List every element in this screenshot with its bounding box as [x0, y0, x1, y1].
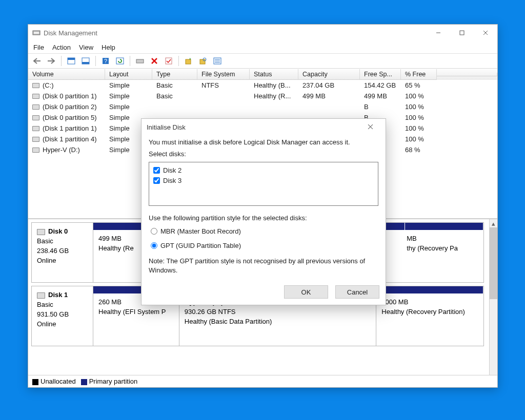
- scroll-thumb[interactable]: [490, 227, 497, 299]
- volume-icon: [32, 104, 39, 110]
- radio-mbr-label[interactable]: MBR (Master Boot Record): [160, 227, 241, 235]
- partition-style-label: Use the following partition style for th…: [149, 214, 378, 222]
- radio-mbr[interactable]: [151, 228, 157, 235]
- disk-listbox[interactable]: Disk 2 Disk 3: [149, 162, 378, 206]
- col-fs[interactable]: File System: [197, 69, 250, 80]
- toolbar: ?: [28, 53, 497, 69]
- disk-checkbox[interactable]: [153, 177, 160, 184]
- radio-gpt-label[interactable]: GPT (GUID Partition Table): [160, 242, 241, 249]
- legend-unallocated: Unallocated: [32, 377, 76, 385]
- svg-rect-18: [200, 59, 205, 64]
- check-icon[interactable]: [163, 55, 174, 67]
- window-buttons: [427, 25, 497, 41]
- col-pct[interactable]: % Free: [401, 69, 437, 80]
- volume-icon: [32, 148, 39, 153]
- partition[interactable]: 1000 MBHealthy (Recovery Partition): [376, 293, 483, 346]
- table-header: Volume Layout Type File System Status Ca…: [28, 69, 497, 80]
- svg-rect-1: [34, 32, 39, 34]
- maximize-button[interactable]: [450, 25, 474, 41]
- back-icon[interactable]: [31, 55, 43, 67]
- legend-primary: Primary partition: [81, 377, 138, 385]
- volume-icon: [32, 126, 39, 131]
- disk-checkbox[interactable]: [153, 167, 160, 174]
- vertical-scrollbar[interactable]: ▴: [489, 219, 497, 375]
- svg-rect-17: [186, 59, 191, 64]
- svg-rect-12: [116, 58, 124, 64]
- disk-checkbox-row[interactable]: Disk 2: [153, 165, 374, 175]
- dialog-note: Note: The GPT partition style is not rec…: [149, 257, 378, 275]
- help-icon[interactable]: ?: [100, 55, 111, 67]
- view-bottom-icon[interactable]: [80, 55, 91, 67]
- wizard-new-icon[interactable]: [183, 55, 194, 67]
- svg-text:?: ?: [104, 58, 107, 64]
- volume-icon: [32, 94, 39, 99]
- svg-rect-16: [166, 58, 172, 64]
- initialise-disk-dialog: Initialise Disk You must initialise a di…: [141, 118, 386, 305]
- close-button[interactable]: [474, 25, 497, 41]
- refresh-icon[interactable]: [114, 55, 126, 67]
- minimize-button[interactable]: [427, 25, 450, 41]
- table-row[interactable]: (C:)SimpleBasicNTFSHealthy (B...237.04 G…: [28, 80, 497, 91]
- wizard-search-icon[interactable]: [197, 55, 209, 67]
- partition[interactable]: MBthy (Recovery Pa: [401, 230, 483, 282]
- table-row[interactable]: (Disk 0 partition 2)SimpleB100 %: [28, 101, 497, 112]
- menu-file[interactable]: File: [33, 44, 44, 51]
- menubar: File Action View Help: [28, 41, 497, 53]
- volume-icon: [32, 83, 39, 88]
- menu-view[interactable]: View: [79, 44, 93, 51]
- ok-button[interactable]: OK: [284, 285, 328, 299]
- properties-icon[interactable]: [212, 55, 223, 67]
- window-title: Disk Management: [44, 29, 427, 37]
- dialog-close-icon[interactable]: [360, 123, 380, 131]
- scroll-up-icon[interactable]: ▴: [490, 219, 497, 227]
- select-disks-label: Select disks:: [149, 150, 378, 158]
- titlebar: Disk Management: [28, 25, 497, 41]
- svg-rect-9: [82, 62, 89, 64]
- volume-icon: [32, 115, 39, 120]
- disk-icon[interactable]: [134, 55, 146, 67]
- col-type[interactable]: Type: [152, 69, 197, 80]
- delete-icon[interactable]: [149, 55, 160, 67]
- radio-gpt[interactable]: [151, 242, 157, 249]
- disk-icon: [37, 292, 45, 299]
- legend: Unallocated Primary partition: [28, 375, 497, 387]
- disk-icon: [37, 229, 45, 235]
- menu-action[interactable]: Action: [52, 44, 71, 51]
- col-free[interactable]: Free Sp...: [360, 69, 401, 80]
- menu-help[interactable]: Help: [102, 44, 115, 51]
- view-top-icon[interactable]: [66, 55, 77, 67]
- col-volume[interactable]: Volume: [28, 69, 105, 80]
- dialog-titlebar: Initialise Disk: [142, 119, 386, 135]
- svg-rect-7: [68, 58, 75, 60]
- disk-checkbox-row[interactable]: Disk 3: [153, 175, 374, 185]
- dialog-message: You must initialise a disk before Logica…: [149, 138, 378, 146]
- forward-icon[interactable]: [46, 55, 57, 67]
- dialog-title: Initialise Disk: [147, 123, 360, 131]
- svg-rect-13: [136, 59, 144, 63]
- col-status[interactable]: Status: [250, 69, 298, 80]
- volume-icon: [32, 137, 39, 142]
- app-icon: [32, 29, 41, 37]
- svg-rect-3: [460, 31, 464, 35]
- table-row[interactable]: (Disk 0 partition 1)SimpleBasicHealthy (…: [28, 91, 497, 101]
- col-layout[interactable]: Layout: [105, 69, 152, 80]
- col-capacity[interactable]: Capacity: [298, 69, 360, 80]
- cancel-button[interactable]: Cancel: [335, 285, 379, 299]
